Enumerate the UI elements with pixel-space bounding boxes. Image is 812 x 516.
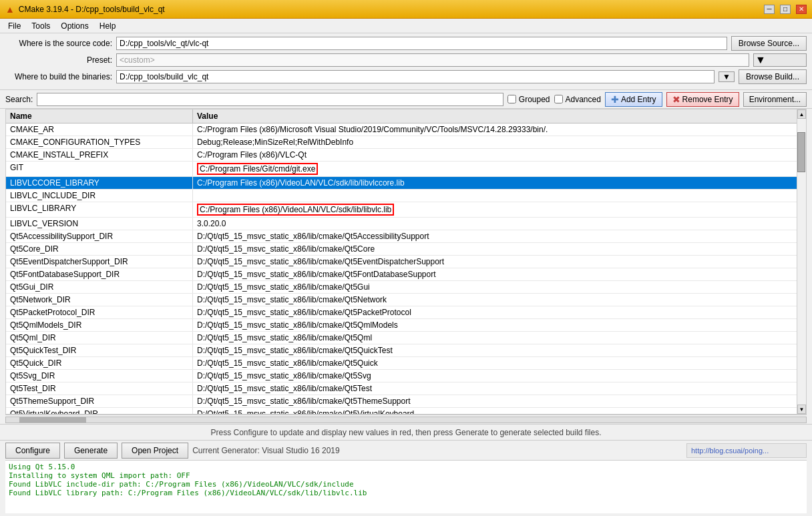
- generator-label: Current Generator: Visual Studio 16 2019: [192, 446, 340, 455]
- preset-row: Preset: ▼: [5, 53, 807, 67]
- minimize-button[interactable]: ─: [764, 5, 775, 14]
- log-line: Found LibVLC library path: C:/Program Fi…: [9, 489, 803, 497]
- scroll-down-button[interactable]: ▼: [797, 405, 806, 414]
- grouped-label: Grouped: [519, 95, 550, 104]
- build-input[interactable]: [116, 70, 715, 83]
- table-row[interactable]: Qt5PacketProtocol_DIRD:/Qt/qt5_15_msvc_s…: [6, 306, 806, 319]
- menu-tools[interactable]: Tools: [26, 20, 55, 32]
- menubar: File Tools Options Help: [0, 19, 812, 33]
- remove-entry-button[interactable]: ✖ Remove Entry: [666, 92, 739, 107]
- table-body: CMAKE_ARC:/Program Files (x86)/Microsoft…: [6, 123, 806, 414]
- cell-value: D:/Qt/qt5_15_msvc_static_x86/lib/cmake/Q…: [193, 256, 806, 268]
- table-row[interactable]: CMAKE_INSTALL_PREFIXC:/Program Files (x8…: [6, 149, 806, 162]
- table-row[interactable]: LIBVLC_VERSION3.0.20.0: [6, 218, 806, 230]
- table-row[interactable]: Qt5ThemeSupport_DIRD:/Qt/qt5_15_msvc_sta…: [6, 395, 806, 408]
- search-label: Search:: [5, 95, 33, 104]
- table-row[interactable]: Qt5QuickTest_DIRD:/Qt/qt5_15_msvc_static…: [6, 344, 806, 357]
- log-line: Using Qt 5.15.0: [9, 463, 803, 471]
- cell-name: Qt5EventDispatcherSupport_DIR: [6, 256, 193, 268]
- preset-input[interactable]: [116, 53, 749, 67]
- build-dropdown-arrow[interactable]: ▼: [719, 71, 735, 82]
- table-row[interactable]: Qt5Network_DIRD:/Qt/qt5_15_msvc_static_x…: [6, 294, 806, 306]
- cell-name: Qt5Test_DIR: [6, 382, 193, 395]
- cell-value: D:/Qt/qt5_15_msvc_static_x86/lib/cmake/Q…: [193, 370, 806, 382]
- cell-name: Qt5Core_DIR: [6, 243, 193, 255]
- table-row[interactable]: Qt5QmlModels_DIRD:/Qt/qt5_15_msvc_static…: [6, 319, 806, 332]
- preset-dropdown-arrow[interactable]: ▼: [753, 53, 807, 67]
- cell-value: D:/Qt/qt5_15_msvc_static_x86/lib/cmake/Q…: [193, 408, 806, 414]
- cell-value: D:/Qt/qt5_15_msvc_static_x86/lib/cmake/Q…: [193, 306, 806, 318]
- log-line: Found LibVLC include-dir path: C:/Progra…: [9, 480, 803, 489]
- vertical-scrollbar[interactable]: ▲ ▼: [797, 109, 806, 414]
- titlebar: ▲ CMake 3.19.4 - D:/cpp_tools/build_vlc_…: [0, 0, 812, 19]
- add-entry-button[interactable]: ✚ Add Entry: [605, 92, 662, 107]
- cell-value: 3.0.20.0: [193, 218, 806, 230]
- scroll-thumb[interactable]: [797, 132, 805, 172]
- search-input[interactable]: [37, 93, 503, 106]
- environment-button[interactable]: Environment...: [743, 92, 807, 107]
- button-bar: Configure Generate Open Project Current …: [0, 440, 812, 460]
- source-row: Where is the source code: Browse Source.…: [5, 36, 807, 51]
- cell-name: Qt5PacketProtocol_DIR: [6, 306, 193, 318]
- open-project-button[interactable]: Open Project: [122, 443, 188, 459]
- table-row[interactable]: Qt5Qml_DIRD:/Qt/qt5_15_msvc_static_x86/l…: [6, 332, 806, 344]
- table-row[interactable]: Qt5FontDatabaseSupport_DIRD:/Qt/qt5_15_m…: [6, 268, 806, 281]
- table-row[interactable]: Qt5VirtualKeyboard_DIRD:/Qt/qt5_15_msvc_…: [6, 408, 806, 414]
- browse-build-button[interactable]: Browse Build...: [739, 69, 807, 84]
- grouped-checkbox-group: Grouped: [508, 95, 550, 104]
- table-row[interactable]: Qt5EventDispatcherSupport_DIRD:/Qt/qt5_1…: [6, 256, 806, 268]
- configure-button[interactable]: Configure: [5, 443, 60, 459]
- hscroll-track: [5, 417, 807, 423]
- cell-value: C:/Program Files (x86)/VideoLAN/VLC/sdk/…: [193, 202, 806, 217]
- table-row[interactable]: Qt5AccessibilitySupport_DIRD:/Qt/qt5_15_…: [6, 230, 806, 243]
- restore-button[interactable]: □: [780, 5, 791, 14]
- scroll-up-button[interactable]: ▲: [797, 109, 806, 119]
- menu-options[interactable]: Options: [55, 20, 93, 32]
- cell-name: Qt5Network_DIR: [6, 294, 193, 306]
- table-row[interactable]: LIBVLCCORE_LIBRARYC:/Program Files (x86)…: [6, 177, 806, 190]
- horizontal-scrollbar[interactable]: [5, 415, 807, 424]
- table-row[interactable]: Qt5Gui_DIRD:/Qt/qt5_15_msvc_static_x86/l…: [6, 281, 806, 294]
- table-row[interactable]: GITC:/Program Files/Git/cmd/git.exe: [6, 162, 806, 177]
- scroll-track: [797, 119, 806, 405]
- cell-name: Qt5Qml_DIR: [6, 332, 193, 344]
- table-row[interactable]: Qt5Svg_DIRD:/Qt/qt5_15_msvc_static_x86/l…: [6, 370, 806, 382]
- hscroll-thumb[interactable]: [19, 417, 86, 423]
- status-text: Press Configure to update and display ne…: [210, 428, 601, 437]
- browse-source-button[interactable]: Browse Source...: [731, 36, 807, 51]
- table-row[interactable]: Qt5Core_DIRD:/Qt/qt5_15_msvc_static_x86/…: [6, 243, 806, 256]
- log-area: Using Qt 5.15.0Installing to system QML …: [5, 460, 807, 513]
- close-button[interactable]: ✕: [796, 5, 807, 14]
- table-row[interactable]: CMAKE_ARC:/Program Files (x86)/Microsoft…: [6, 123, 806, 136]
- preset-label: Preset:: [5, 55, 112, 65]
- generate-button[interactable]: Generate: [64, 443, 118, 459]
- remove-icon: ✖: [672, 94, 680, 105]
- cell-value: D:/Qt/qt5_15_msvc_static_x86/lib/cmake/Q…: [193, 382, 806, 395]
- cell-name: Qt5ThemeSupport_DIR: [6, 395, 193, 407]
- search-toolbar: Search: Grouped Advanced ✚ Add Entry ✖ R…: [0, 90, 812, 109]
- grouped-checkbox[interactable]: [508, 95, 516, 103]
- cell-value: C:/Program Files (x86)/VideoLAN/VLC/sdk/…: [193, 177, 806, 189]
- status-bar: Press Configure to update and display ne…: [0, 424, 812, 440]
- source-input[interactable]: [116, 37, 727, 50]
- cell-name: Qt5FontDatabaseSupport_DIR: [6, 268, 193, 280]
- cell-name: GIT: [6, 162, 193, 176]
- cell-name: LIBVLC_INCLUDE_DIR: [6, 190, 193, 202]
- table-row[interactable]: LIBVLC_LIBRARYC:/Program Files (x86)/Vid…: [6, 202, 806, 218]
- cell-value: D:/Qt/qt5_15_msvc_static_x86/lib/cmake/Q…: [193, 230, 806, 242]
- cell-name: CMAKE_INSTALL_PREFIX: [6, 149, 193, 161]
- cmake-table: Name Value CMAKE_ARC:/Program Files (x86…: [5, 109, 807, 415]
- menu-file[interactable]: File: [3, 20, 26, 32]
- cell-value: [193, 190, 806, 202]
- menu-help[interactable]: Help: [94, 20, 122, 32]
- advanced-checkbox[interactable]: [554, 95, 563, 103]
- cell-value: C:/Program Files (x86)/Microsoft Visual …: [193, 123, 806, 136]
- log-line: Installing to system QML import path: OF…: [9, 471, 803, 480]
- url-bar: http://blog.csuai/poing...: [686, 443, 807, 458]
- table-row[interactable]: CMAKE_CONFIGURATION_TYPESDebug;Release;M…: [6, 136, 806, 149]
- table-row[interactable]: Qt5Quick_DIRD:/Qt/qt5_15_msvc_static_x86…: [6, 357, 806, 370]
- table-row[interactable]: LIBVLC_INCLUDE_DIR: [6, 190, 806, 202]
- table-row[interactable]: Qt5Test_DIRD:/Qt/qt5_15_msvc_static_x86/…: [6, 382, 806, 395]
- cell-name: CMAKE_AR: [6, 123, 193, 136]
- cell-name: Qt5Gui_DIR: [6, 281, 193, 293]
